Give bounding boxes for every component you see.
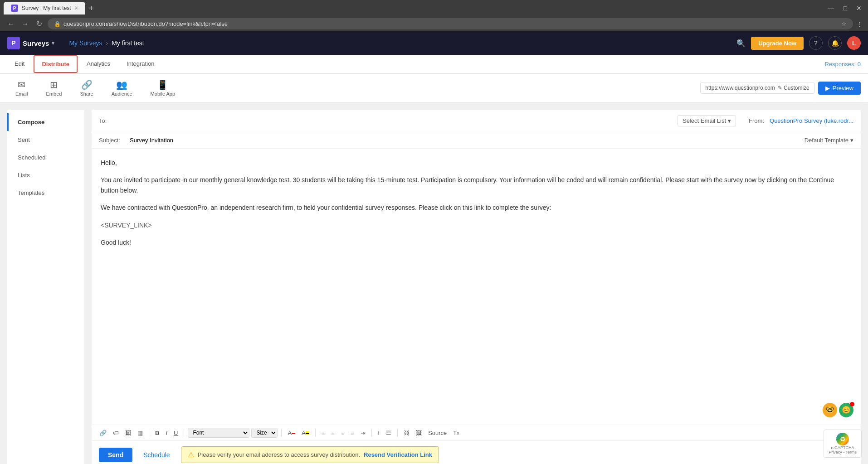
underline-btn[interactable]: U — [171, 428, 180, 438]
dist-tool-audience[interactable]: 👥 Audience — [103, 77, 141, 99]
align-right-btn[interactable]: ≡ — [339, 428, 347, 438]
sidebar-item-templates[interactable]: Templates — [7, 184, 84, 202]
notification-btn[interactable]: 🔔 — [828, 36, 842, 50]
recaptcha-logo: ♻ — [836, 433, 849, 445]
tag-btn[interactable]: 🏷 — [111, 428, 121, 438]
template-caret: ▾ — [850, 137, 853, 144]
indent-btn[interactable]: ⇥ — [358, 428, 368, 438]
user-avatar[interactable]: L — [847, 36, 861, 50]
insert-image-btn[interactable]: 🖼 — [414, 428, 424, 438]
to-input[interactable] — [121, 117, 674, 124]
source-btn[interactable]: Source — [426, 428, 449, 438]
nav-tabs: Edit Distribute Analytics Integration Re… — [0, 55, 868, 74]
survey-link-placeholder: <SURVEY_LINK> — [101, 220, 852, 230]
compose-to-row: To: Select Email List ▾ From: QuestionPr… — [92, 110, 861, 132]
font-select[interactable]: Font Arial Georgia Times New Roman — [188, 428, 249, 438]
survey-url-box: https://www.questionpro.com ✎ Customize — [700, 82, 814, 94]
breadcrumb-separator: › — [106, 39, 108, 47]
dist-tool-share[interactable]: 🔗 Share — [72, 77, 101, 99]
email-body: Hello, You are invited to participate in… — [92, 149, 861, 425]
toolbar-sep-2 — [184, 429, 184, 437]
address-bar-row: ← → ↻ 🔒 questionpro.com/a/showDistributi… — [0, 16, 868, 31]
green-emoji[interactable]: 😊 — [839, 403, 853, 417]
upgrade-btn[interactable]: Upgrade Now — [751, 37, 804, 50]
dist-toolbar: ✉ Email ⊞ Embed 🔗 Share 👥 Audience 📱 Mob… — [0, 74, 868, 102]
send-btn[interactable]: Send — [99, 448, 132, 462]
clear-format-btn[interactable]: Tx — [451, 428, 461, 438]
italic-btn[interactable]: I — [163, 428, 170, 438]
search-btn[interactable]: 🔍 — [736, 39, 746, 48]
glasses-emoji[interactable]: 🤓 — [823, 403, 837, 417]
sidebar-item-scheduled[interactable]: Scheduled — [7, 149, 84, 166]
extensions-icon[interactable]: ⋮ — [857, 20, 863, 27]
survey-url-text: https://www.questionpro.com — [705, 85, 775, 91]
template-label: Default Template — [805, 137, 848, 144]
new-tab-btn[interactable]: + — [85, 4, 98, 13]
address-bar[interactable]: 🔒 questionpro.com/a/showDistribution.do?… — [48, 18, 853, 29]
back-btn[interactable]: ← — [5, 19, 16, 29]
body-main-text: You are invited to participate in our mo… — [101, 175, 852, 195]
maximize-btn[interactable]: □ — [841, 5, 850, 12]
tab-title: Survey : My first test — [22, 5, 71, 11]
select-email-list-btn[interactable]: Select Email List ▾ — [678, 115, 736, 126]
forward-btn[interactable]: → — [20, 19, 31, 29]
dist-tool-embed[interactable]: ⊞ Embed — [38, 77, 70, 99]
dist-tool-share-label: Share — [80, 91, 93, 97]
size-select[interactable]: Size 10 12 14 16 18 — [251, 428, 278, 438]
bold-btn[interactable]: B — [153, 428, 161, 438]
align-center-btn[interactable]: ≡ — [329, 428, 337, 438]
tab-favicon: P — [11, 5, 18, 12]
dist-tool-email[interactable]: ✉ Email — [7, 77, 36, 99]
sidebar-item-compose[interactable]: Compose — [7, 113, 84, 131]
ol-btn[interactable]: ☰ — [384, 428, 394, 438]
close-btn[interactable]: ✕ — [853, 5, 864, 12]
toolbar-sep-3 — [281, 429, 282, 437]
from-label: From: — [749, 117, 764, 124]
hyperlink-btn[interactable]: ⛓ — [401, 428, 412, 438]
image-inline-btn[interactable]: 🖼 — [123, 428, 133, 438]
subject-label: Subject: — [99, 137, 126, 144]
help-btn[interactable]: ? — [809, 36, 823, 50]
editor-toolbar: 🔗 🏷 🖼 ▦ B I U Font Arial Georgia Times N… — [92, 425, 861, 440]
surveys-dropdown-icon[interactable]: ▾ — [52, 40, 54, 46]
toolbar-sep-1 — [149, 429, 149, 437]
breadcrumb-my-surveys[interactable]: My Surveys — [69, 39, 102, 47]
emoji-avatars: 🤓 😊 — [823, 403, 853, 417]
app-header: P Surveys ▾ My Surveys › My first test 🔍… — [0, 31, 868, 55]
template-select[interactable]: Default Template ▾ — [805, 137, 853, 144]
dist-tool-email-label: Email — [15, 91, 28, 97]
main-content: Compose Sent Scheduled Lists Templates T… — [0, 102, 868, 464]
tab-edit[interactable]: Edit — [7, 56, 32, 72]
highlight-btn[interactable]: A▬ — [299, 428, 312, 438]
table-btn[interactable]: ▦ — [135, 428, 145, 438]
url-text: questionpro.com/a/showDistribution.do?mo… — [63, 20, 839, 27]
from-value: QuestionPro Survey (luke.rodr... — [770, 117, 853, 124]
tab-integration[interactable]: Integration — [119, 56, 161, 72]
dist-tool-mobile[interactable]: 📱 Mobile App — [142, 77, 183, 99]
preview-btn[interactable]: ▶ Preview — [818, 82, 861, 95]
sidebar-item-lists[interactable]: Lists — [7, 166, 84, 184]
refresh-btn[interactable]: ↻ — [34, 19, 44, 29]
customize-link[interactable]: ✎ Customize — [778, 85, 809, 91]
link-btn[interactable]: 🔗 — [97, 428, 109, 438]
align-justify-btn[interactable]: ≡ — [349, 428, 357, 438]
ul-btn[interactable]: ⁞ — [375, 428, 382, 438]
sidebar-item-sent[interactable]: Sent — [7, 131, 84, 149]
tab-analytics[interactable]: Analytics — [79, 56, 117, 72]
bookmark-icon[interactable]: ☆ — [841, 20, 847, 27]
dist-toolbar-right: https://www.questionpro.com ✎ Customize … — [700, 82, 861, 95]
tab-distribute[interactable]: Distribute — [34, 55, 78, 73]
subject-input[interactable] — [130, 137, 801, 144]
dist-tool-embed-label: Embed — [46, 91, 62, 97]
font-color-btn[interactable]: A▬ — [285, 428, 297, 438]
to-label: To: — [99, 117, 117, 124]
schedule-btn[interactable]: Schedule — [138, 448, 175, 462]
body-closing: Good luck! — [101, 237, 852, 247]
body-greeting: Hello, — [101, 158, 852, 168]
minimize-btn[interactable]: — — [825, 5, 837, 12]
tab-close-btn[interactable]: × — [75, 5, 78, 11]
resend-verification-link[interactable]: Resend Verification Link — [364, 451, 432, 458]
align-left-btn[interactable]: ≡ — [319, 428, 327, 438]
browser-tab[interactable]: P Survey : My first test × — [4, 2, 85, 14]
preview-icon: ▶ — [825, 85, 830, 92]
